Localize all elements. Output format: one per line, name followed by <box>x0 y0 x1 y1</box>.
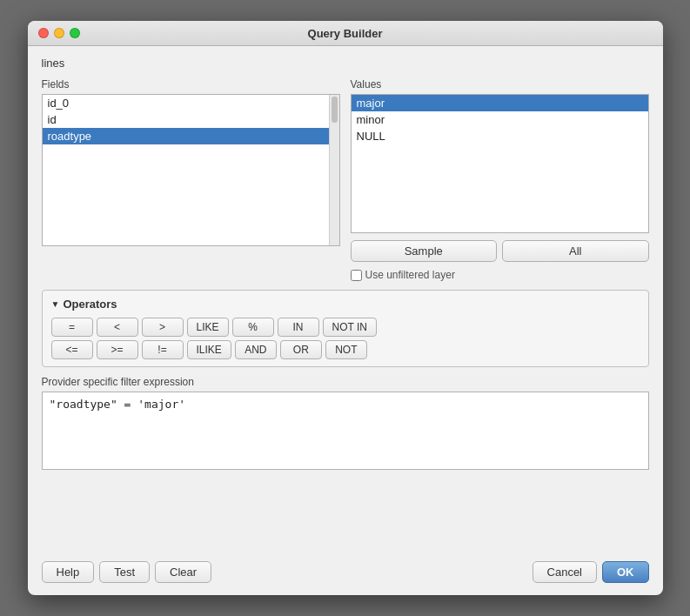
operators-section: ▼ Operators = < > LIKE % IN NOT IN <= >=… <box>42 290 649 367</box>
fields-scrollbar[interactable] <box>329 95 339 245</box>
op-equals[interactable]: = <box>51 318 93 337</box>
bottom-buttons: Help Test Clear Cancel OK <box>28 554 663 595</box>
op-less[interactable]: < <box>97 318 138 337</box>
close-button[interactable] <box>38 28 49 38</box>
fields-panel: Fields id_0 id roadtype <box>42 78 340 281</box>
values-label: Values <box>351 78 649 90</box>
bottom-right-buttons: Cancel OK <box>533 561 649 583</box>
value-item-null[interactable]: NULL <box>352 128 648 144</box>
minimize-button[interactable] <box>54 28 64 38</box>
use-unfiltered-label: Use unfiltered layer <box>365 269 455 281</box>
operators-grid: = < > LIKE % IN NOT IN <= >= != ILIKE AN… <box>51 318 640 359</box>
cancel-button[interactable]: Cancel <box>533 561 597 583</box>
query-builder-window: Query Builder lines Fields id_0 id roadt… <box>28 21 663 595</box>
sample-button[interactable]: Sample <box>351 240 498 262</box>
operators-row-1: = < > LIKE % IN NOT IN <box>51 318 640 337</box>
op-percent[interactable]: % <box>232 318 274 337</box>
values-listbox: major minor NULL <box>351 94 649 233</box>
main-content: lines Fields id_0 id roadtype <box>28 46 663 554</box>
filter-label: Provider specific filter expression <box>42 376 649 388</box>
window-title: Query Builder <box>308 27 383 40</box>
filter-section: Provider specific filter expression "roa… <box>42 376 649 470</box>
use-unfiltered-row: Use unfiltered layer <box>351 269 649 281</box>
fields-listbox-container: id_0 id roadtype <box>42 94 340 246</box>
fields-list: id_0 id roadtype <box>43 95 329 245</box>
op-like[interactable]: LIKE <box>187 318 229 337</box>
op-not[interactable]: NOT <box>325 340 367 359</box>
use-unfiltered-checkbox[interactable] <box>351 270 362 281</box>
traffic-lights <box>38 28 80 38</box>
help-button[interactable]: Help <box>42 561 95 583</box>
field-item-id[interactable]: id <box>43 111 329 128</box>
operators-collapse-icon[interactable]: ▼ <box>51 299 60 309</box>
op-in[interactable]: IN <box>278 318 319 337</box>
all-button[interactable]: All <box>502 240 649 262</box>
operators-row-2: <= >= != ILIKE AND OR NOT <box>51 340 640 359</box>
field-item-id0[interactable]: id_0 <box>43 95 329 111</box>
maximize-button[interactable] <box>70 28 80 38</box>
operators-header: ▼ Operators <box>51 298 640 311</box>
layer-name: lines <box>42 57 649 70</box>
value-item-minor[interactable]: minor <box>352 111 648 128</box>
operators-title: Operators <box>63 298 117 311</box>
op-and[interactable]: AND <box>235 340 277 359</box>
clear-button[interactable]: Clear <box>155 561 211 583</box>
op-gte[interactable]: >= <box>97 340 138 359</box>
op-not-in[interactable]: NOT IN <box>323 318 377 337</box>
op-lte[interactable]: <= <box>51 340 93 359</box>
op-ilike[interactable]: ILIKE <box>187 340 231 359</box>
fields-values-section: Fields id_0 id roadtype Values major <box>42 78 649 281</box>
test-button[interactable]: Test <box>99 561 150 583</box>
bottom-left-buttons: Help Test Clear <box>42 561 212 583</box>
ok-button[interactable]: OK <box>602 561 649 583</box>
titlebar: Query Builder <box>28 21 663 46</box>
field-item-roadtype[interactable]: roadtype <box>43 128 329 144</box>
op-or[interactable]: OR <box>280 340 322 359</box>
values-panel: Values major minor NULL Sample All Use u… <box>351 78 649 281</box>
fields-scroll-thumb <box>332 97 338 123</box>
value-item-major[interactable]: major <box>352 95 648 111</box>
op-neq[interactable]: != <box>142 340 184 359</box>
fields-label: Fields <box>42 78 340 90</box>
values-buttons: Sample All <box>351 240 649 262</box>
filter-expression-input[interactable]: "roadtype" = 'major' <box>42 392 649 470</box>
op-greater[interactable]: > <box>142 318 184 337</box>
